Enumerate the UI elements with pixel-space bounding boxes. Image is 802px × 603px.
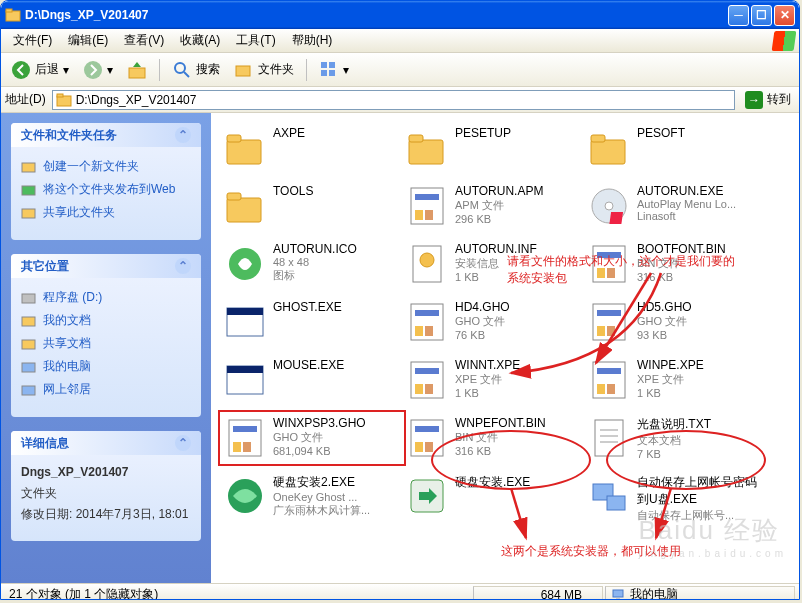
svg-rect-52 <box>597 326 605 336</box>
views-button[interactable]: ▾ <box>313 57 355 83</box>
file-meta: 1 KB <box>455 387 583 399</box>
menu-file[interactable]: 文件(F) <box>5 29 60 52</box>
file-meta: 93 KB <box>637 329 765 341</box>
file-item[interactable]: WINXPSP3.GHOGHO 文件681,094 KB <box>221 413 403 463</box>
menu-fav[interactable]: 收藏(A) <box>172 29 228 52</box>
svg-rect-8 <box>321 62 327 68</box>
details-panel: 详细信息⌃ Dngs_XP_V201407 文件夹 修改日期: 2014年7月3… <box>11 431 201 541</box>
file-item[interactable]: WINPE.XPEXPE 文件1 KB <box>585 355 767 405</box>
place-item[interactable]: 我的电脑 <box>21 355 191 378</box>
svg-rect-27 <box>591 135 605 142</box>
file-name: PESOFT <box>637 126 765 140</box>
file-meta: 安装信息 <box>455 256 583 271</box>
place-item[interactable]: 我的文档 <box>21 309 191 332</box>
green-icon <box>223 474 267 518</box>
file-item[interactable]: AUTORUN.EXEAutoPlay Menu Lo...Linasoft <box>585 181 767 231</box>
svg-rect-66 <box>233 442 241 452</box>
file-meta: Linasoft <box>637 210 765 222</box>
file-item[interactable]: HD5.GHOGHO 文件93 KB <box>585 297 767 347</box>
folder-icon <box>223 126 267 170</box>
file-meta: 7 KB <box>637 448 765 460</box>
status-objects: 21 个对象 (加 1 个隐藏对象) <box>3 586 471 601</box>
svg-rect-41 <box>597 252 621 258</box>
file-name: WINXPSP3.GHO <box>273 416 401 430</box>
file-item[interactable]: GHOST.EXE <box>221 297 403 347</box>
address-bar: 地址(D) D:\Dngs_XP_V201407 → 转到 <box>1 87 799 113</box>
file-item[interactable]: AUTORUN.APMAPM 文件296 KB <box>403 181 585 231</box>
svg-rect-33 <box>425 210 433 220</box>
menu-edit[interactable]: 编辑(E) <box>60 29 116 52</box>
task-item[interactable]: 共享此文件夹 <box>21 201 191 224</box>
file-item[interactable]: TOOLS <box>221 181 403 231</box>
go-button[interactable]: → 转到 <box>741 91 795 109</box>
file-item[interactable]: AUTORUN.INF安装信息1 KB <box>403 239 585 289</box>
collapse-icon[interactable]: ⌃ <box>175 435 191 451</box>
file-item[interactable]: MOUSE.EXE <box>221 355 403 405</box>
task-item[interactable]: 创建一个新文件夹 <box>21 155 191 178</box>
watermark: Baidu 经验 jingyan.baidu.com <box>638 513 787 559</box>
file-item[interactable]: AUTORUN.ICO48 x 48图标 <box>221 239 403 289</box>
search-button[interactable]: 搜索 <box>166 57 226 83</box>
svg-rect-7 <box>236 66 250 76</box>
file-item[interactable]: WNPEFONT.BINBIN 文件316 KB <box>403 413 585 463</box>
svg-point-35 <box>605 202 613 210</box>
svg-rect-19 <box>22 340 35 349</box>
back-button[interactable]: 后退 ▾ <box>5 57 75 83</box>
svg-rect-70 <box>415 442 423 452</box>
collapse-icon[interactable]: ⌃ <box>175 258 191 274</box>
folder-icon <box>223 184 267 228</box>
place-item[interactable]: 程序盘 (D:) <box>21 286 191 309</box>
svg-rect-32 <box>415 210 423 220</box>
file-item[interactable]: AXPE <box>221 123 403 173</box>
titlebar[interactable]: D:\Dngs_XP_V201407 ─ ☐ ✕ <box>1 1 799 29</box>
task-item[interactable]: 将这个文件夹发布到Web <box>21 178 191 201</box>
file-name: 光盘说明.TXT <box>637 416 765 433</box>
disc-icon <box>587 184 631 228</box>
file-meta: 广东雨林木风计算... <box>273 503 401 518</box>
file-item[interactable]: 硬盘安装.EXE <box>403 471 585 526</box>
file-item[interactable]: 光盘说明.TXT文本文档7 KB <box>585 413 767 463</box>
file-item[interactable]: PESOFT <box>585 123 767 173</box>
address-field[interactable]: D:\Dngs_XP_V201407 <box>52 90 735 110</box>
file-name: AUTORUN.INF <box>455 242 583 256</box>
svg-line-6 <box>184 72 189 77</box>
forward-button[interactable]: ▾ <box>77 57 119 83</box>
detail-mod: 修改日期: 2014年7月3日, 18:01 <box>21 504 191 525</box>
svg-rect-61 <box>597 368 621 374</box>
statusbar: 21 个对象 (加 1 个隐藏对象) 684 MB 我的电脑 <box>1 583 799 600</box>
file-list[interactable]: AXPEPESETUPPESOFTTOOLSAUTORUN.APMAPM 文件2… <box>211 113 799 583</box>
menu-tools[interactable]: 工具(T) <box>228 29 283 52</box>
collapse-icon[interactable]: ⌃ <box>175 127 191 143</box>
up-button[interactable] <box>121 57 153 83</box>
txt-icon <box>587 416 631 460</box>
place-item[interactable]: 共享文档 <box>21 332 191 355</box>
svg-rect-25 <box>409 135 423 142</box>
file-item[interactable]: HD4.GHOGHO 文件76 KB <box>403 297 585 347</box>
file-name: AUTORUN.ICO <box>273 242 401 256</box>
file-meta: 48 x 48 <box>273 256 401 268</box>
drive-icon <box>21 290 37 306</box>
minimize-button[interactable]: ─ <box>728 5 749 26</box>
bin-icon <box>405 416 449 460</box>
shared-docs-icon <box>21 336 37 352</box>
file-meta: AutoPlay Menu Lo... <box>637 198 765 210</box>
place-item[interactable]: 网上邻居 <box>21 378 191 401</box>
menu-view[interactable]: 查看(V) <box>116 29 172 52</box>
detail-type: 文件夹 <box>21 483 191 504</box>
file-item[interactable]: 硬盘安装2.EXEOneKey Ghost ...广东雨林木风计算... <box>221 471 403 526</box>
net-icon <box>587 474 631 518</box>
svg-rect-59 <box>425 384 433 394</box>
svg-rect-29 <box>227 193 241 200</box>
close-button[interactable]: ✕ <box>774 5 795 26</box>
file-name: WINNT.XPE <box>455 358 583 372</box>
folder-icon <box>405 126 449 170</box>
file-item[interactable]: WINNT.XPEXPE 文件1 KB <box>403 355 585 405</box>
file-item[interactable]: BOOTFONT.BINBIN 文件316 KB <box>585 239 767 289</box>
maximize-button[interactable]: ☐ <box>751 5 772 26</box>
bin-icon <box>405 184 449 228</box>
svg-rect-45 <box>227 308 263 315</box>
folders-button[interactable]: 文件夹 <box>228 57 300 83</box>
svg-rect-10 <box>321 70 327 76</box>
file-item[interactable]: PESETUP <box>403 123 585 173</box>
menu-help[interactable]: 帮助(H) <box>284 29 341 52</box>
